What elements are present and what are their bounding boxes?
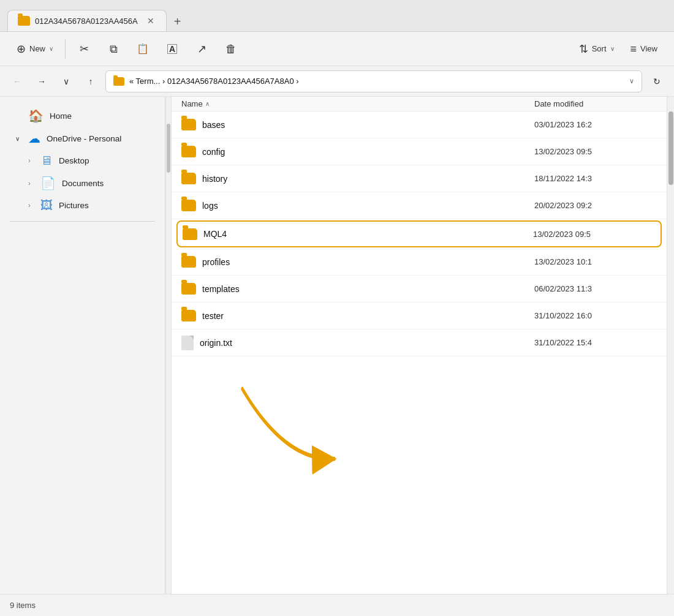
view-label: View [640,44,657,53]
file-date-mql4: 13/02/2023 09:5 [533,230,656,239]
documents-expand-arrow: › [25,180,34,187]
sidebar-scrollbar-thumb [167,124,170,173]
main-content: 🏠 Home ∨ ☁ OneDrive - Personal › 🖥 Deskt… [0,97,674,594]
sort-label: Sort [592,44,607,53]
scissors-icon: ✂ [80,43,89,54]
file-row-profiles[interactable]: profiles 13/02/2023 10:1 [172,249,667,276]
pictures-icon: 🖼 [40,198,53,212]
tab-label: 012A34A5678A0123AA456A [35,17,138,26]
tab-active[interactable]: 012A34A5678A0123AA456A ✕ [7,10,167,31]
sidebar-item-home[interactable]: 🏠 Home [2,105,162,127]
address-chevron-down[interactable]: ∨ [629,77,634,85]
sort-icon: ⇅ [579,43,588,54]
sidebar-item-desktop[interactable]: › 🖥 Desktop [2,150,162,171]
file-name-bases: bases [202,120,528,130]
new-label: New [29,44,45,53]
folder-icon-config [181,146,196,157]
file-name-profiles: profiles [202,257,528,267]
sidebar-home-label: Home [50,111,72,121]
paste-icon: 📋 [137,44,149,54]
sidebar-onedrive-label: OneDrive - Personal [47,134,121,143]
tab-bar: 012A34A5678A0123AA456A ✕ + [0,0,674,32]
status-bar: 9 items [0,594,674,616]
explorer-window: 012A34A5678A0123AA456A ✕ + ⊕ New ∨ ✂ ⧉ 📋… [0,0,674,616]
folder-icon-bases [181,119,196,130]
file-row-templates[interactable]: templates 06/02/2023 11:3 [172,276,667,302]
file-pane-scrollbar[interactable] [667,97,674,594]
file-date-history: 18/11/2022 14:3 [534,174,657,183]
file-row-origin[interactable]: origin.txt 31/10/2022 15:4 [172,329,667,356]
column-headers: Name ∧ Date modified [172,97,667,111]
dropdown-button[interactable]: ∨ [56,72,76,91]
up-button[interactable]: ↑ [81,72,100,91]
sidebar: 🏠 Home ∨ ☁ OneDrive - Personal › 🖥 Deskt… [0,97,165,594]
file-list: bases 03/01/2023 16:2 config 13/02/2023 … [172,111,667,594]
file-name-origin: origin.txt [200,338,528,348]
delete-button[interactable]: 🗑 [218,40,244,58]
address-bar-row: ← → ∨ ↑ « Term... › 012A34A5678A0123AA45… [0,66,674,97]
file-name-config: config [202,147,528,157]
file-name-templates: templates [202,284,528,294]
onedrive-expand-arrow: ∨ [12,135,22,142]
file-name-logs: logs [202,201,528,211]
sidebar-pictures-label: Pictures [59,201,89,210]
paste-button[interactable]: 📋 [129,41,156,57]
sidebar-scrollbar[interactable] [165,97,172,594]
copy-icon: ⧉ [110,43,118,54]
share-button[interactable]: ↗ [188,40,215,58]
sidebar-item-pictures[interactable]: › 🖼 Pictures [2,195,162,216]
rename-button[interactable]: A [159,41,186,57]
file-name-history: history [202,174,528,184]
file-date-config: 13/02/2023 09:5 [534,147,657,156]
status-items-count: 9 items [10,601,36,610]
name-header-label: Name [181,99,203,108]
back-button[interactable]: ← [7,72,27,91]
file-date-logs: 20/02/2023 09:2 [534,201,657,210]
file-row-tester[interactable]: tester 31/10/2022 16:0 [172,302,667,329]
new-plus-icon: ⊕ [17,43,26,54]
refresh-button[interactable]: ↻ [647,72,667,91]
trash-icon: 🗑 [225,43,237,54]
toolbar: ⊕ New ∨ ✂ ⧉ 📋 A ↗ 🗑 ⇅ Sort ∨ ≡ [0,32,674,66]
forward-button[interactable]: → [32,72,51,91]
date-column-header[interactable]: Date modified [534,99,657,108]
onedrive-icon: ☁ [28,131,40,146]
file-row-logs[interactable]: logs 20/02/2023 09:2 [172,192,667,219]
file-row-config[interactable]: config 13/02/2023 09:5 [172,138,667,165]
folder-icon-profiles [181,256,196,268]
desktop-expand-arrow: › [25,157,34,164]
sort-dropdown-arrow: ∨ [610,45,615,52]
file-name-mql4: MQL4 [203,229,527,239]
file-date-templates: 06/02/2023 11:3 [534,284,657,293]
txt-icon-origin [181,336,194,350]
copy-button[interactable]: ⧉ [100,40,127,58]
file-row-history[interactable]: history 18/11/2022 14:3 [172,165,667,192]
file-row-bases[interactable]: bases 03/01/2023 16:2 [172,111,667,138]
desktop-icon: 🖥 [40,154,53,168]
tab-folder-icon [18,16,30,26]
view-button[interactable]: ≡ View [624,40,664,58]
toolbar-sep-1 [65,39,66,59]
sidebar-documents-label: Documents [62,179,104,188]
folder-icon-history [181,173,196,184]
new-tab-button[interactable]: + [167,12,189,31]
sidebar-item-documents[interactable]: › 📄 Documents [2,172,162,194]
rename-icon: A [167,44,177,54]
sidebar-divider [10,221,155,222]
address-breadcrumb: « Term... › 012A34A5678A0123AA456A7A8A0 … [129,77,299,86]
file-pane: Name ∧ Date modified [172,97,667,594]
new-button[interactable]: ⊕ New ∨ [10,40,60,58]
name-column-header[interactable]: Name ∧ [181,99,534,108]
sidebar-item-onedrive[interactable]: ∨ ☁ OneDrive - Personal [2,127,162,149]
date-header-label: Date modified [534,99,583,108]
view-icon: ≡ [630,43,637,54]
file-row-mql4[interactable]: MQL4 13/02/2023 09:5 [176,220,662,247]
cut-button[interactable]: ✂ [70,40,97,58]
folder-icon-mql4 [183,228,197,240]
tab-close-button[interactable]: ✕ [145,15,156,26]
address-box[interactable]: « Term... › 012A34A5678A0123AA456A7A8A0 … [105,70,642,92]
file-date-profiles: 13/02/2023 10:1 [534,257,657,266]
sort-button[interactable]: ⇅ Sort ∨ [572,40,621,58]
documents-icon: 📄 [40,176,56,190]
file-pane-wrapper: Name ∧ Date modified [172,97,674,594]
